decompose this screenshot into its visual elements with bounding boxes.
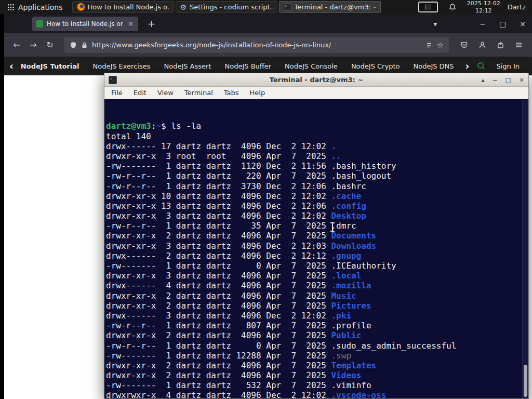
file-row: drwxr-xr-x 13 dartz dartz 4096 Dec 2 12:… (106, 201, 528, 211)
nav-link-nodejs-tutorial[interactable]: NodeJS Tutorial (21, 62, 79, 70)
browser-tab[interactable]: How to Install Node.js on... × (32, 17, 138, 31)
file-row: drwxr-xr-x 3 dartz dartz 4096 Dec 2 12:0… (106, 241, 528, 251)
text-cursor-pointer (332, 223, 333, 231)
taskbar-item-terminal[interactable]: Terminal - dartz@vm3: ~ (279, 1, 381, 13)
browser-tab-bar: How to Install Node.js on... × + ▾ − □ × (4, 14, 532, 33)
nav-link-nodejs-assert[interactable]: NodeJS Assert (164, 62, 211, 70)
total-line: total 140 (106, 131, 528, 141)
back-button[interactable]: ← (10, 40, 23, 50)
nav-link-nodejs-crypto[interactable]: NodeJS Crypto (351, 62, 400, 70)
menu-file[interactable]: File (111, 89, 123, 97)
tab-close-icon[interactable]: × (127, 20, 135, 28)
search-icon[interactable] (476, 61, 486, 71)
browser-toolbar: ← → ↻ https://www.geeksforgeeks.org/node… (4, 33, 532, 57)
window-minimize-button[interactable]: − (480, 20, 486, 28)
terminal-shade-button[interactable]: ▴ (482, 76, 485, 84)
terminal-close-button[interactable]: × (519, 76, 524, 84)
site-favicon-icon (36, 20, 43, 28)
nav-scroll-right-icon[interactable]: › (466, 61, 470, 71)
file-row: drwxr-xr-x 3 dartz dartz 4096 Dec 2 12:0… (106, 211, 528, 221)
pocket-icon[interactable] (460, 41, 468, 49)
file-row: drwxr-xr-x 2 dartz dartz 4096 Apr 7 2025… (106, 330, 528, 340)
file-row: drwx------ 3 dartz dartz 4096 Dec 2 12:0… (106, 311, 528, 321)
file-row: drwxr-xr-x 2 dartz dartz 4096 Apr 7 2025… (106, 370, 528, 380)
url-text[interactable]: https://www.geeksforgeeks.org/node-js/in… (92, 41, 331, 49)
new-tab-button[interactable]: + (143, 18, 159, 29)
terminal-window: Terminal - dartz@vm3: ~ ▴ − □ × File Edi… (104, 73, 529, 399)
file-row: drwx------ 4 dartz dartz 4096 Apr 7 2025… (106, 281, 528, 290)
menu-view[interactable]: View (157, 89, 174, 97)
nav-link-nodejs-exercises[interactable]: NodeJS Exercises (92, 62, 150, 70)
list-all-tabs-icon[interactable]: ▾ (433, 20, 437, 28)
nav-scroll-left-icon[interactable]: ‹ (9, 61, 14, 71)
file-row: -rw-r--r-- 1 dartz dartz 807 Apr 7 2025 … (106, 321, 528, 330)
account-icon[interactable] (478, 41, 486, 49)
file-row: drwxr-xr-x 2 dartz dartz 4096 Apr 7 2025… (106, 301, 528, 311)
file-row: -rw------- 1 dartz dartz 532 Apr 7 2025 … (106, 380, 528, 390)
menu-hamburger-icon[interactable] (515, 41, 523, 49)
applications-grid-icon (7, 4, 15, 11)
lock-icon[interactable] (81, 42, 88, 49)
menu-help[interactable]: Help (250, 89, 265, 97)
menu-edit[interactable]: Edit (134, 89, 147, 97)
reload-button[interactable]: ↻ (44, 40, 56, 50)
panel-clock[interactable]: 2025-12-02 12:12 (467, 0, 500, 14)
reader-mode-icon[interactable] (425, 42, 433, 49)
terminal-minimize-button[interactable]: − (493, 76, 498, 84)
file-row: drwxr-xr-x 3 root root 4096 Apr 7 2025 .… (106, 151, 528, 161)
file-row: -rw-r--r-- 1 dartz dartz 0 Apr 7 2025 .s… (106, 341, 528, 351)
site-nav: NodeJS Tutorial NodeJS Exercises NodeJS … (21, 62, 458, 70)
file-row: drwx------ 17 dartz dartz 4096 Dec 2 12:… (106, 141, 528, 151)
terminal-maximize-button[interactable]: □ (506, 76, 511, 84)
terminal-scrollbar[interactable] (522, 100, 528, 398)
menu-tabs[interactable]: Tabs (224, 89, 239, 97)
top-panel: Applications How to Install Node.js o...… (0, 0, 532, 14)
file-row: -rw------- 1 dartz dartz 1120 Dec 2 11:5… (106, 161, 528, 171)
bookmark-star-icon[interactable]: ☆ (437, 41, 444, 50)
workspace-window-thumb (425, 5, 431, 9)
url-bar[interactable]: https://www.geeksforgeeks.org/node-js/in… (64, 37, 449, 53)
terminal-title: Terminal - dartz@vm3: ~ (104, 76, 528, 84)
applications-menu-button[interactable]: Applications (3, 1, 67, 14)
terminal-screen[interactable]: dartz@vm3:~$ ls -latotal 140drwx------ 1… (104, 100, 528, 398)
firefox-icon (77, 3, 85, 11)
terminal-output: dartz@vm3:~$ ls -latotal 140drwx------ 1… (106, 121, 528, 398)
applications-label: Applications (18, 3, 63, 11)
extensions-icon[interactable] (497, 41, 504, 49)
file-row: drwxr-xr-x 3 dartz dartz 4096 Apr 7 2025… (106, 271, 528, 281)
file-row: drwxr-xr-x 2 dartz dartz 4096 Apr 7 2025… (106, 291, 528, 301)
clock-time: 12:12 (475, 7, 492, 15)
taskbar-item-settings[interactable]: ⚙ Settings - codium script... (176, 1, 277, 13)
session-user-label[interactable]: Dartz (508, 3, 526, 11)
window-maximize-button[interactable]: □ (499, 20, 506, 28)
settings-gear-icon: ⚙ (180, 4, 187, 11)
clock-date: 2025-12-02 (467, 0, 500, 7)
taskbar-item-browser[interactable]: How to Install Node.js o... (72, 1, 174, 13)
nav-link-nodejs-console[interactable]: NodeJS Console (285, 62, 338, 70)
terminal-titlebar[interactable]: Terminal - dartz@vm3: ~ ▴ − □ × (104, 73, 528, 87)
file-row: -rw-r--r-- 1 dartz dartz 35 Apr 7 2025 .… (106, 221, 528, 231)
file-row: -rw-r--r-- 1 dartz dartz 220 Apr 7 2025 … (106, 171, 528, 181)
file-row: drwxr-xr-x 10 dartz dartz 4096 Dec 2 12:… (106, 191, 528, 201)
file-row: drwxrwxr-x 4 dartz dartz 4096 Dec 2 12:0… (106, 390, 528, 398)
file-row: -rw------- 1 dartz dartz 12288 Apr 7 202… (106, 351, 528, 361)
sign-in-link[interactable]: Sign In (496, 62, 520, 70)
desktop: How to Install Node.js on... × + ▾ − □ ×… (0, 0, 532, 399)
terminal-icon (284, 3, 291, 11)
menu-terminal[interactable]: Terminal (184, 89, 213, 97)
terminal-menubar: File Edit View Terminal Tabs Help (104, 87, 528, 99)
file-row: drwxr-xr-x 2 dartz dartz 4096 Apr 7 2025… (106, 361, 528, 370)
scrollbar-thumb[interactable] (524, 365, 527, 397)
nav-link-nodejs-buffer[interactable]: NodeJS Buffer (225, 62, 272, 70)
window-close-button[interactable]: × (520, 20, 526, 28)
window-task-list: How to Install Node.js o... ⚙ Settings -… (72, 1, 413, 13)
forward-button[interactable]: → (27, 40, 39, 50)
tracking-shield-icon[interactable] (70, 42, 77, 49)
prompt-line: dartz@vm3:~$ ls -la (106, 121, 528, 131)
file-row: -rw------- 1 dartz dartz 0 Apr 7 2025 .I… (106, 261, 528, 271)
notification-bell-icon[interactable] (448, 3, 457, 11)
nav-link-nodejs-dns[interactable]: NodeJS DNS (413, 62, 454, 70)
workspace-pager[interactable] (418, 2, 438, 12)
tab-title: How to Install Node.js on... (47, 20, 123, 28)
terminal-app-icon (109, 76, 117, 84)
